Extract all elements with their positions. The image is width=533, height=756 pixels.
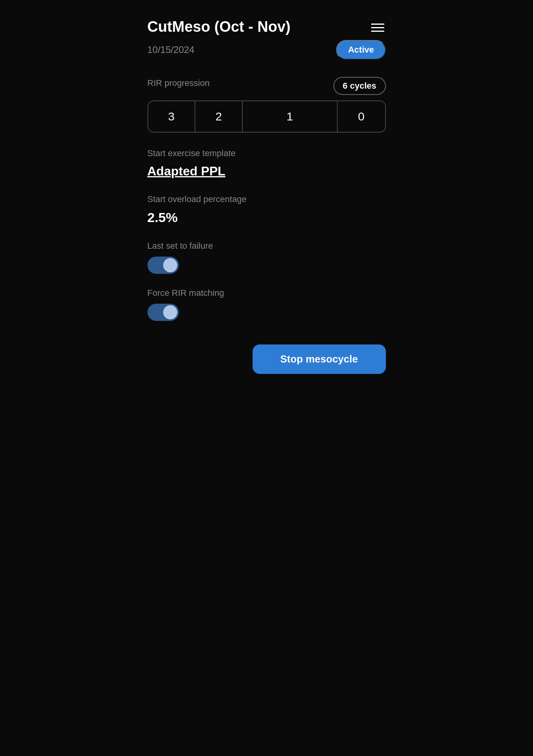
rir-progression-label: RIR progression xyxy=(147,78,210,88)
hamburger-icon xyxy=(371,27,384,28)
menu-button[interactable] xyxy=(369,22,386,33)
last-set-failure-row: Last set to failure xyxy=(147,241,386,274)
overload-value: 2.5% xyxy=(147,210,178,225)
rir-value-0[interactable]: 3 xyxy=(148,101,196,132)
toggle-slider xyxy=(147,257,179,274)
rir-value-1[interactable]: 2 xyxy=(195,101,243,132)
status-badge[interactable]: Active xyxy=(336,40,386,60)
rir-grid: 3 2 1 0 xyxy=(147,100,386,133)
force-rir-toggle[interactable] xyxy=(147,304,179,321)
last-set-failure-label: Last set to failure xyxy=(147,241,386,251)
last-set-failure-toggle[interactable] xyxy=(147,257,179,274)
rir-header-row: RIR progression 6 cycles xyxy=(147,77,386,95)
force-rir-row: Force RIR matching xyxy=(147,288,386,321)
overload-label: Start overload percentage xyxy=(147,194,386,204)
exercise-template-label: Start exercise template xyxy=(147,148,386,158)
date-label: 10/15/2024 xyxy=(147,44,195,55)
cycles-badge[interactable]: 6 cycles xyxy=(333,77,386,95)
date-status-row: 10/15/2024 Active xyxy=(147,40,386,60)
toggle-slider-2 xyxy=(147,304,179,321)
page-title: CutMeso (Oct - Nov) xyxy=(147,19,291,35)
rir-value-2[interactable]: 1 xyxy=(243,101,338,132)
overload-section: Start overload percentage 2.5% xyxy=(147,194,386,225)
bottom-section: Stop mesocycle xyxy=(147,344,386,374)
stop-mesocycle-button[interactable]: Stop mesocycle xyxy=(253,344,386,374)
rir-progression-section: RIR progression 6 cycles 3 2 1 0 xyxy=(147,77,386,133)
template-name-link[interactable]: Adapted PPL xyxy=(147,164,226,178)
exercise-template-section: Start exercise template Adapted PPL xyxy=(147,148,386,179)
header-row: CutMeso (Oct - Nov) xyxy=(147,19,386,35)
hamburger-icon xyxy=(371,31,384,32)
hamburger-icon xyxy=(371,24,384,25)
rir-value-3[interactable]: 0 xyxy=(338,101,385,132)
force-rir-label: Force RIR matching xyxy=(147,288,386,298)
